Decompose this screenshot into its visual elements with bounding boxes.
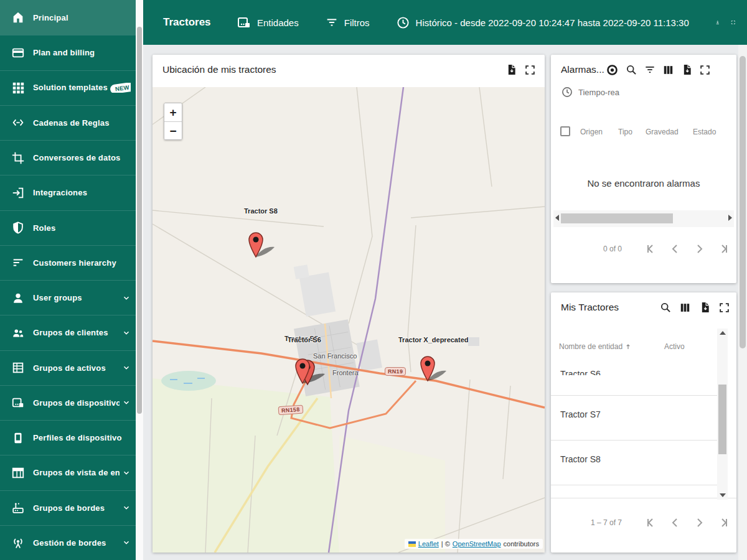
sidebar-item-plan-billing[interactable]: Plan and billing — [0, 35, 136, 70]
tractors-widget-title: Mis Tractores — [561, 302, 659, 313]
leaflet-map[interactable]: + − Tractor S8 Tractor S5 Tractor S6 — [153, 87, 545, 553]
scroll-right-arrow[interactable] — [728, 215, 732, 221]
columns-icon[interactable] — [679, 302, 691, 314]
leaflet-link[interactable]: Leaflet — [418, 540, 439, 548]
hierarchy-icon — [11, 256, 25, 269]
next-page-icon[interactable] — [692, 515, 707, 530]
export-icon[interactable] — [505, 63, 517, 76]
column-status[interactable]: Estado — [693, 128, 716, 136]
sidebar-item-rule-chains[interactable]: Cadenas de Reglas — [0, 105, 136, 140]
map-zoom-control: + − — [164, 103, 182, 140]
sidebar-item-entity-view-groups[interactable]: Grupos de vista de enti... — [0, 455, 136, 490]
alarms-horizontal-scrollbar[interactable] — [553, 210, 734, 227]
tractors-page-range: 1 – 7 of 7 — [591, 518, 622, 527]
download-icon[interactable] — [715, 14, 720, 30]
filters-button[interactable]: Filtros — [325, 16, 370, 29]
map-marker-cluster[interactable] — [293, 356, 334, 386]
sidebar-item-label: Grupos de vista de enti... — [33, 468, 120, 477]
main-scrollbar[interactable] — [738, 45, 747, 560]
main-scrollbar-thumb[interactable] — [740, 56, 746, 348]
dashboard-content: Ubicación de mis tractores — [143, 45, 738, 560]
assets-icon — [11, 361, 25, 375]
column-active[interactable]: Activo — [664, 342, 685, 351]
alarms-scrollbar-thumb[interactable] — [561, 213, 673, 223]
table-row-partial[interactable]: Tractor S6 — [551, 370, 718, 375]
search-icon[interactable] — [659, 301, 672, 314]
sidebar: Principal Plan and billing Solution temp… — [0, 0, 136, 560]
sidebar-item-label: Perfiles de dispositivo — [33, 433, 131, 442]
eye-icon[interactable] — [606, 63, 619, 77]
sidebar-item-device-profiles[interactable]: Perfiles de dispositivo — [0, 420, 136, 455]
scroll-left-arrow[interactable] — [555, 215, 559, 221]
last-page-icon[interactable] — [715, 515, 730, 530]
columns-icon[interactable] — [662, 64, 674, 76]
previous-page-icon[interactable] — [668, 515, 683, 530]
integration-icon — [11, 186, 25, 200]
sidebar-scrollbar[interactable] — [136, 0, 143, 560]
sidebar-item-customer-groups[interactable]: Grupos de clientes — [0, 315, 136, 350]
application-window: Principal Plan and billing Solution temp… — [0, 0, 747, 560]
export-icon[interactable] — [698, 301, 711, 314]
sidebar-item-user-groups[interactable]: User groups — [0, 280, 136, 315]
column-origin[interactable]: Origen — [580, 128, 603, 136]
devices-icon — [11, 396, 25, 409]
alarms-empty-message: No se encontraron alarmas — [551, 178, 736, 189]
dashboard-title: Tractores — [163, 16, 237, 29]
sidebar-item-edge-management[interactable]: Gestión de bordes — [0, 525, 136, 560]
sidebar-item-converters[interactable]: Conversores de datos — [0, 140, 136, 175]
chevron-down-icon — [122, 398, 131, 407]
clock-icon — [396, 16, 410, 30]
table-row-tractor-s7[interactable]: Tractor S7 — [551, 409, 718, 424]
sidebar-item-edge-groups[interactable]: Grupos de bordes — [0, 490, 136, 525]
table-row-tractor-s8[interactable]: Tractor S8 — [551, 454, 718, 469]
sidebar-item-customers-hierarchy[interactable]: Customers hierarchy — [0, 245, 136, 280]
map-attribution: Leaflet | © OpenStreetMap contributors — [405, 539, 543, 549]
sidebar-item-solution-templates[interactable]: Solution templatesNEW — [0, 70, 136, 105]
search-icon[interactable] — [625, 63, 637, 76]
sidebar-item-label: Grupos de activos — [33, 363, 120, 373]
osm-link[interactable]: OpenStreetMap — [453, 540, 501, 548]
fullscreen-icon[interactable] — [699, 64, 711, 76]
filter-icon[interactable] — [644, 63, 656, 76]
entities-button[interactable]: Entidades — [237, 15, 299, 30]
previous-page-icon[interactable] — [668, 241, 683, 256]
zoom-out-button[interactable]: − — [164, 121, 182, 139]
sidebar-item-label: Conversores de datos — [33, 153, 131, 162]
column-entity-name[interactable]: Nombre de entidad — [559, 342, 632, 351]
tractors-scrollbar-thumb[interactable] — [718, 385, 726, 454]
alarms-timewindow-button[interactable]: Tiempo-rea — [551, 85, 736, 98]
scroll-up-arrow[interactable] — [720, 331, 726, 335]
map-marker-tractor-s8[interactable] — [247, 230, 282, 259]
sidebar-scrollbar-thumb[interactable] — [137, 27, 142, 414]
sidebar-item-label: Solution templatesNEW — [33, 83, 131, 93]
fullscreen-icon[interactable] — [524, 64, 536, 76]
map-marker-tractor-x[interactable] — [419, 354, 454, 383]
chevron-down-icon — [122, 363, 131, 372]
next-page-icon[interactable] — [692, 241, 707, 256]
sort-ascending-icon — [624, 343, 632, 350]
column-severity[interactable]: Gravedad — [646, 128, 679, 136]
last-page-icon[interactable] — [715, 241, 730, 256]
alarms-widget: Alarmas... Tiempo-rea Origen Tipo Gr — [551, 55, 736, 283]
marker-label-tractor-x: Tractor X_deprecated — [398, 336, 469, 343]
sidebar-item-roles[interactable]: Roles — [0, 210, 136, 245]
sidebar-item-integrations[interactable]: Integraciones — [0, 175, 136, 210]
sidebar-item-label: Principal — [33, 13, 131, 22]
fullscreen-icon[interactable] — [731, 14, 736, 30]
sidebar-item-asset-groups[interactable]: Grupos de activos — [0, 350, 136, 385]
first-page-icon[interactable] — [644, 515, 659, 530]
timewindow-button[interactable]: Histórico - desde 2022-09-20 10:24:47 ha… — [396, 16, 689, 30]
column-type[interactable]: Tipo — [618, 128, 632, 136]
fullscreen-icon[interactable] — [718, 302, 730, 314]
select-all-checkbox[interactable] — [560, 126, 570, 136]
tractors-vertical-scrollbar[interactable] — [717, 329, 728, 500]
zoom-in-button[interactable]: + — [164, 103, 182, 121]
sidebar-item-principal[interactable]: Principal — [0, 0, 136, 35]
export-icon[interactable] — [680, 63, 693, 76]
scroll-down-arrow[interactable] — [720, 493, 726, 497]
alarms-pagination: 0 of 0 — [551, 241, 730, 256]
road-shield-rn19: RN19 — [385, 367, 406, 376]
sidebar-item-device-groups[interactable]: Grupos de dispositivos — [0, 385, 136, 420]
first-page-icon[interactable] — [644, 241, 659, 256]
filter-icon — [325, 16, 339, 29]
